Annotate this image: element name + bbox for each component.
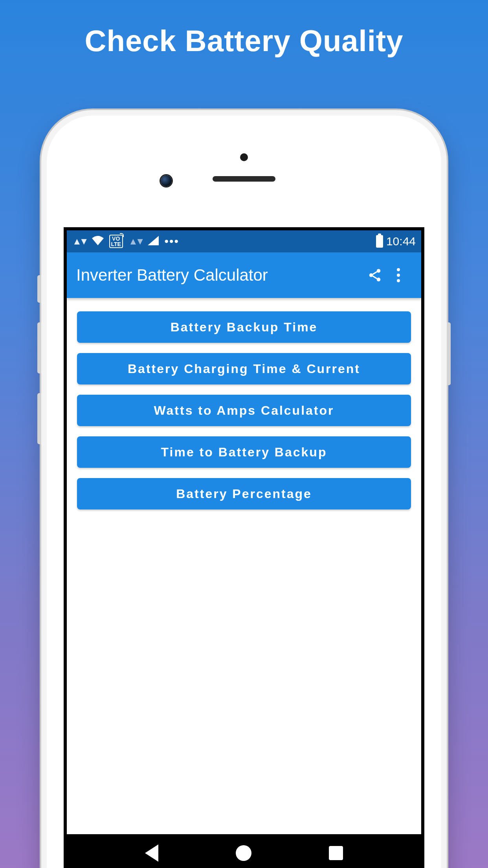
nav-home-button[interactable]	[236, 845, 251, 861]
phone-speaker	[213, 176, 275, 182]
nav-recent-button[interactable]	[329, 846, 343, 860]
svg-point-0	[377, 269, 381, 273]
menu-item-charging-time[interactable]: Battery Charging Time & Current	[77, 353, 411, 384]
menu-item-battery-percentage[interactable]: Battery Percentage	[77, 478, 411, 509]
share-icon	[367, 268, 382, 283]
promo-title: Check Battery Quality	[0, 24, 488, 58]
phone-side-button	[37, 275, 41, 303]
app-title: Inverter Battery Calculator	[76, 266, 363, 285]
wifi-icon	[92, 235, 104, 248]
status-right: 10:44	[376, 235, 416, 248]
system-nav-bar	[67, 834, 421, 868]
svg-point-5	[397, 279, 400, 282]
more-status-icon: •••	[164, 235, 179, 248]
svg-point-3	[397, 268, 400, 271]
overflow-menu-button[interactable]	[387, 268, 410, 283]
phone-sensor	[240, 153, 248, 161]
menu-item-watts-to-amps[interactable]: Watts to Amps Calculator	[77, 395, 411, 426]
nav-back-button[interactable]	[145, 844, 158, 862]
menu-item-backup-time[interactable]: Battery Backup Time	[77, 311, 411, 343]
svg-point-1	[369, 273, 373, 277]
app-bar: Inverter Battery Calculator	[67, 252, 421, 298]
signal-icon: ✕	[148, 235, 159, 248]
status-bar: ▲▼ VO LTE ▲▼ ✕ ••• 10:44	[67, 230, 421, 252]
phone-frame: ▲▼ VO LTE ▲▼ ✕ ••• 10:44	[41, 110, 447, 868]
share-button[interactable]	[363, 268, 387, 283]
phone-camera	[161, 175, 172, 186]
battery-icon	[376, 235, 383, 248]
data-arrows-icon: ▲▼	[128, 236, 143, 247]
svg-point-2	[377, 278, 381, 281]
app-screen: ▲▼ VO LTE ▲▼ ✕ ••• 10:44	[64, 227, 424, 868]
data-arrows-icon: ▲▼	[72, 236, 86, 247]
phone-side-button	[37, 322, 41, 373]
menu-list: Battery Backup Time Battery Charging Tim…	[67, 298, 421, 523]
phone-side-button	[447, 322, 451, 385]
svg-point-4	[397, 274, 400, 277]
phone-side-button	[37, 393, 41, 444]
more-vert-icon	[396, 268, 400, 283]
status-time: 10:44	[386, 235, 416, 248]
volte-icon: VO LTE	[109, 235, 123, 248]
menu-item-time-to-backup[interactable]: Time to Battery Backup	[77, 436, 411, 468]
promo-canvas: Check Battery Quality ▲▼ VO LTE ▲▼	[0, 0, 488, 868]
phone-inner: ▲▼ VO LTE ▲▼ ✕ ••• 10:44	[47, 116, 441, 868]
status-left: ▲▼ VO LTE ▲▼ ✕ •••	[72, 235, 179, 248]
